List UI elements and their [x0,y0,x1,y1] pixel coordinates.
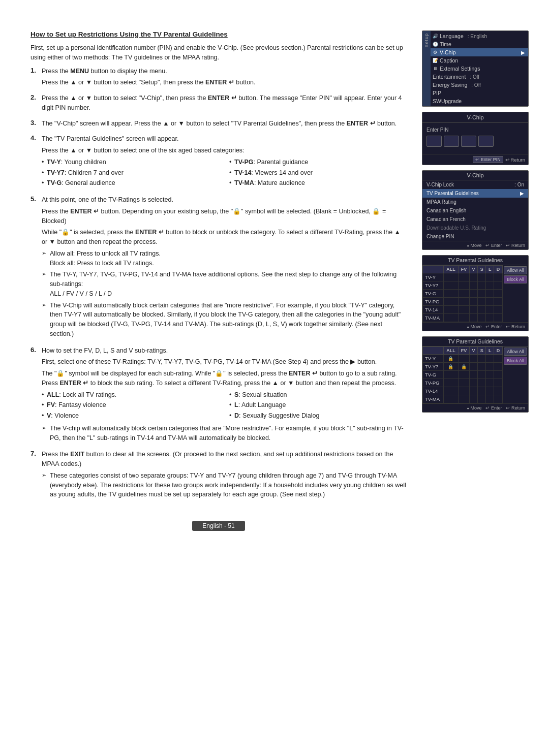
vchip-mpaa-item[interactable]: MPAA Rating [422,198,528,206]
cell2-tvg-v[interactable] [470,371,478,379]
block-all-button-2[interactable]: Block All [504,357,527,365]
cell2-tvma-l[interactable] [486,395,494,403]
cell2-tvma-s[interactable] [478,395,486,403]
cell-tvg-l[interactable] [486,290,494,298]
cell-tvma-s[interactable] [478,314,486,322]
cell2-tv14-v[interactable] [470,387,478,395]
cell-tvg-d[interactable] [494,290,503,298]
cell-tvma-l[interactable] [486,314,494,322]
cell-tvpg-d[interactable] [494,298,503,306]
cell2-tv14-all[interactable] [444,387,459,395]
cell-tvma-d[interactable] [494,314,503,322]
cell2-tvy7-fv[interactable]: 🔒 [458,363,469,371]
cell2-tvpg-d[interactable] [494,379,503,387]
cell2-tvg-d[interactable] [494,371,503,379]
cell2-tvy-v[interactable] [470,355,478,363]
table-row[interactable]: TV-G [423,290,503,298]
cell-tvma-fv[interactable] [458,314,469,322]
vchip-lock-item[interactable]: V-Chip Lock : On [422,180,528,189]
block-all-button[interactable]: Block All [504,275,527,284]
table-row[interactable]: TV-MA [423,314,503,322]
cell2-tvy-all[interactable]: 🔒 [444,355,459,363]
cell2-tv14-l[interactable] [486,387,494,395]
table-row[interactable]: TV-Y 🔒 [423,355,503,363]
cell2-tvy7-all[interactable]: 🔒 [444,363,459,371]
cell-tvpg-fv[interactable] [458,298,469,306]
cell2-tvma-fv[interactable] [458,395,469,403]
cell-tvpg-l[interactable] [486,298,494,306]
pin-box-1[interactable] [426,136,442,147]
cell-tvg-fv[interactable] [458,290,469,298]
table-row[interactable]: TV-14 [423,306,503,314]
cell-tvy-d[interactable] [494,273,503,281]
vchip-tvpg-item[interactable]: TV Parental Guidelines ▶ [422,189,528,198]
cell-tvy-l[interactable] [486,273,494,281]
cell-tvy-v[interactable] [470,273,478,281]
cell2-tvma-all[interactable] [444,395,459,403]
cell-tvy-fv[interactable] [458,273,469,281]
cell-tvy7-all[interactable] [444,281,459,290]
cell-tv14-v[interactable] [470,306,478,314]
cell2-tvpg-all[interactable] [444,379,459,387]
pin-box-2[interactable] [444,136,459,147]
cell2-tvpg-s[interactable] [478,379,486,387]
table-row[interactable]: TV-G [423,371,503,379]
setup-item-energy[interactable]: Energy Saving : Off [431,81,528,89]
vchip-canenglish-item[interactable]: Canadian English [422,206,528,215]
cell2-tvy-l[interactable] [486,355,494,363]
cell2-tvma-v[interactable] [470,395,478,403]
cell2-tv14-d[interactable] [494,387,503,395]
cell-tv14-s[interactable] [478,306,486,314]
cell-tv14-d[interactable] [494,306,503,314]
cell2-tvg-all[interactable] [444,371,459,379]
table-row[interactable]: TV-MA [423,395,503,403]
cell2-tvy7-s[interactable] [478,363,486,371]
cell-tvy7-l[interactable] [486,281,494,290]
cell2-tvy7-v[interactable] [470,363,478,371]
cell-tvpg-v[interactable] [470,298,478,306]
allow-all-button-2[interactable]: Allow All [504,348,527,356]
pin-box-3[interactable] [461,136,476,147]
table-row[interactable]: TV-Y7 [423,281,503,290]
cell2-tvy7-d[interactable] [494,363,503,371]
cell2-tv14-s[interactable] [478,387,486,395]
cell2-tvma-d[interactable] [494,395,503,403]
cell-tvg-s[interactable] [478,290,486,298]
cell2-tvg-s[interactable] [478,371,486,379]
allow-all-button[interactable]: Allow All [504,266,527,274]
cell-tvy-all[interactable] [444,273,459,281]
cell2-tvpg-l[interactable] [486,379,494,387]
cell-tvma-all[interactable] [444,314,459,322]
vchip-canfrench-item[interactable]: Canadian French [422,215,528,224]
cell-tvma-v[interactable] [470,314,478,322]
cell2-tvy7-l[interactable] [486,363,494,371]
cell-tvy7-s[interactable] [478,281,486,290]
cell2-tvy-d[interactable] [494,355,503,363]
setup-item-sw[interactable]: SWUpgrade [431,97,528,105]
cell-tvy7-v[interactable] [470,281,478,290]
cell-tv14-fv[interactable] [458,306,469,314]
table-row[interactable]: TV-PG [423,379,503,387]
table-row[interactable]: TV-Y [423,273,503,281]
cell2-tvg-fv[interactable] [458,371,469,379]
setup-item-caption[interactable]: 📝 Caption [431,56,528,65]
setup-item-language[interactable]: 🔊 Language : English [431,32,528,40]
pin-box-4[interactable] [478,136,494,147]
cell-tvpg-s[interactable] [478,298,486,306]
cell-tvy7-fv[interactable] [458,281,469,290]
setup-item-pip[interactable]: PIP [431,89,528,97]
table-row[interactable]: TV-14 [423,387,503,395]
table-row[interactable]: TV-PG [423,298,503,306]
setup-item-external[interactable]: 🖥 External Settings [431,65,528,73]
cell-tvg-all[interactable] [444,290,459,298]
setup-item-time[interactable]: 🕐 Time [431,40,528,48]
cell-tvg-v[interactable] [470,290,478,298]
setup-item-entertainment[interactable]: Entertainment : Off [431,73,528,81]
vchip-changepin-item[interactable]: Change PIN [422,232,528,241]
cell-tvpg-all[interactable] [444,298,459,306]
cell2-tv14-fv[interactable] [458,387,469,395]
cell-tvy7-d[interactable] [494,281,503,290]
table-row[interactable]: TV-Y7 🔒 🔒 [423,363,503,371]
cell2-tvpg-v[interactable] [470,379,478,387]
cell2-tvg-l[interactable] [486,371,494,379]
